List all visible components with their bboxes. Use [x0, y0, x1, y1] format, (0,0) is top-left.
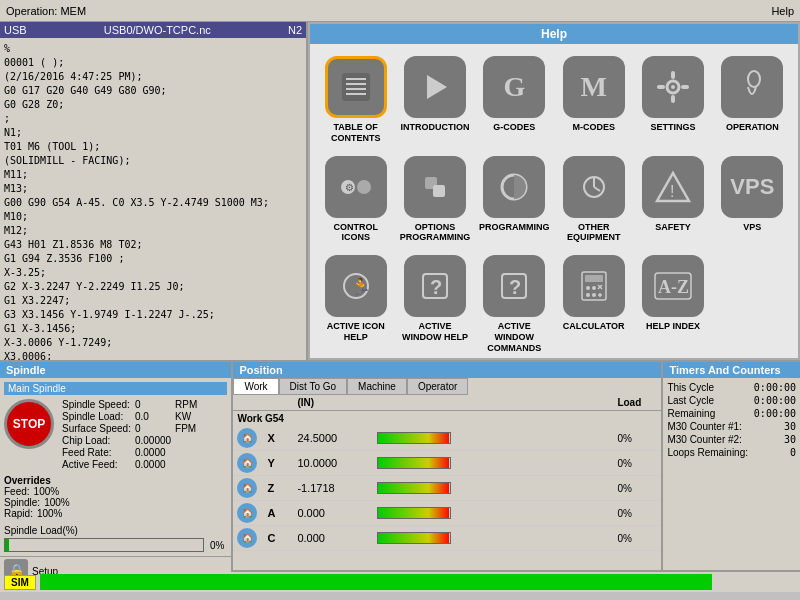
stop-button[interactable]: STOP — [4, 399, 54, 449]
help-item-safety[interactable]: !SAFETY — [635, 152, 710, 248]
home-icon[interactable]: 🏠 — [237, 478, 257, 498]
bottom-layout: Spindle Main Spindle STOP Spindle Speed:… — [0, 360, 800, 570]
code-line: X-3.0006 Y-1.7249; — [4, 336, 302, 350]
help-icon-options-programming — [404, 156, 466, 218]
stat-value: 0 — [135, 399, 175, 411]
home-icon[interactable]: 🏠 — [237, 528, 257, 548]
help-icon-safety: ! — [642, 156, 704, 218]
pos-tab-dist-to-go[interactable]: Dist To Go — [279, 378, 348, 395]
svg-text:?: ? — [509, 276, 521, 298]
pos-tab-operator[interactable]: Operator — [407, 378, 468, 395]
svg-rect-10 — [657, 85, 665, 89]
position-row: 🏠 X 24.5000 0% — [233, 426, 661, 451]
pos-tab-machine[interactable]: Machine — [347, 378, 407, 395]
code-line: M11; — [4, 168, 302, 182]
svg-rect-8 — [671, 71, 675, 79]
svg-text:!: ! — [670, 183, 674, 200]
position-row: 🏠 A 0.000 0% — [233, 501, 661, 526]
help-item-options-programming[interactable]: OPTIONS PROGRAMMING — [397, 152, 472, 248]
help-item-table-of-contents[interactable]: TABLE OF CONTENTS — [318, 52, 393, 148]
code-line: G3 X3.1456 Y-1.9749 I-1.2247 J-.25; — [4, 308, 302, 322]
file-name: USB0/DWO-TCPC.nc — [27, 24, 288, 36]
pos-value: 10.0000 — [297, 457, 377, 469]
help-item-vps[interactable]: VPSVPS — [715, 152, 790, 248]
pos-value: -1.1718 — [297, 482, 377, 494]
help-link[interactable]: Help — [771, 5, 794, 17]
stat-label: Chip Load: — [62, 435, 135, 447]
stat-label: Active Feed: — [62, 459, 135, 471]
position-rows: Work G54 🏠 X 24.5000 0% 🏠 Y 10.0000 0% 🏠… — [233, 411, 661, 551]
help-item-active-window-help[interactable]: ?ACTIVE WINDOW HELP — [397, 251, 472, 357]
help-item-operation[interactable]: OPERATION — [715, 52, 790, 148]
help-item-control-icons[interactable]: ⚙CONTROL ICONS — [318, 152, 393, 248]
sim-label: SIM — [4, 575, 36, 590]
code-line: M13; — [4, 182, 302, 196]
timers-panel: Timers And Counters This Cycle 0:00:00 L… — [663, 362, 800, 570]
help-icon-operation — [721, 56, 783, 118]
help-item-label-vps: VPS — [743, 222, 761, 233]
code-line: G2 X-3.2247 Y-2.2249 I1.25 J0; — [4, 280, 302, 294]
timer-value: 0:00:00 — [754, 395, 796, 406]
spindle-content: Main Spindle STOP Spindle Speed: 0 RPM S… — [0, 378, 231, 556]
svg-point-14 — [357, 180, 371, 194]
spindle-panel-header: Spindle — [0, 362, 231, 378]
svg-rect-17 — [433, 185, 445, 197]
svg-text:🏃: 🏃 — [351, 277, 371, 296]
help-item-active-window-commands[interactable]: ?ACTIVE WINDOW COMMANDS — [477, 251, 552, 357]
help-item-g-codes[interactable]: GG-CODES — [477, 52, 552, 148]
code-line: M10; — [4, 210, 302, 224]
spindle-load-label: Spindle Load(%) — [4, 525, 78, 536]
help-icon-settings — [642, 56, 704, 118]
help-item-label-options-programming: OPTIONS PROGRAMMING — [399, 222, 470, 244]
code-line: N1; — [4, 126, 302, 140]
help-item-introduction[interactable]: INTRODUCTION — [397, 52, 472, 148]
code-panel: USB USB0/DWO-TCPC.nc N2 %00001 ( );(2/16… — [0, 22, 308, 360]
stat-label: Spindle Speed: — [62, 399, 135, 411]
override-value: 100% — [44, 497, 70, 508]
svg-point-12 — [748, 71, 760, 87]
code-line: G0 G17 G20 G40 G49 G80 G90; — [4, 84, 302, 98]
pos-tab-work[interactable]: Work — [233, 378, 278, 395]
svg-point-33 — [592, 286, 596, 290]
main-layout: USB USB0/DWO-TCPC.nc N2 %00001 ( );(2/16… — [0, 22, 800, 360]
help-item-programming[interactable]: PROGRAMMING — [477, 152, 552, 248]
code-line: X-3.25; — [4, 266, 302, 280]
help-item-calculator[interactable]: CALCULATOR — [556, 251, 631, 357]
stat-unit: FPM — [175, 423, 201, 435]
help-icon-active-icon-help: 🏃 — [325, 255, 387, 317]
stat-label: Surface Speed: — [62, 423, 135, 435]
help-icon-other-equipment — [563, 156, 625, 218]
home-icon[interactable]: 🏠 — [237, 428, 257, 448]
pos-bar — [377, 457, 451, 469]
stat-value: 0.0 — [135, 411, 175, 423]
svg-marker-5 — [427, 75, 447, 99]
help-icon-g-codes: G — [483, 56, 545, 118]
code-content[interactable]: %00001 ( );(2/16/2016 4:47:25 PM);G0 G17… — [0, 38, 306, 360]
help-item-active-icon-help[interactable]: 🏃ACTIVE ICON HELP — [318, 251, 393, 357]
help-item-m-codes[interactable]: MM-CODES — [556, 52, 631, 148]
pos-bar — [377, 432, 451, 444]
timer-label: Remaining — [667, 408, 715, 419]
position-row: 🏠 C 0.000 0% — [233, 526, 661, 551]
stat-unit: RPM — [175, 399, 201, 411]
timers-panel-header: Timers And Counters — [663, 362, 800, 378]
timer-label: Loops Remaining: — [667, 447, 748, 458]
override-value: 100% — [34, 486, 60, 497]
help-item-label-active-window-help: ACTIVE WINDOW HELP — [399, 321, 470, 343]
code-line: G43 H01 Z1.8536 M8 T02; — [4, 238, 302, 252]
home-icon[interactable]: 🏠 — [237, 453, 257, 473]
help-item-settings[interactable]: SETTINGS — [635, 52, 710, 148]
code-line: 00001 ( ); — [4, 56, 302, 70]
help-item-help-index[interactable]: A-Z HELP INDEX — [635, 251, 710, 357]
code-line: % — [4, 42, 302, 56]
help-icon-programming — [483, 156, 545, 218]
spindle-panel: Spindle Main Spindle STOP Spindle Speed:… — [0, 362, 233, 570]
help-item-other-equipment[interactable]: OTHER EQUIPMENT — [556, 152, 631, 248]
home-icon[interactable]: 🏠 — [237, 503, 257, 523]
timer-label: M30 Counter #2: — [667, 434, 742, 445]
help-icon-vps: VPS — [721, 156, 783, 218]
timer-row: M30 Counter #2: 30 — [667, 434, 796, 445]
svg-rect-0 — [342, 73, 370, 101]
code-line: (2/16/2016 4:47:25 PM); — [4, 70, 302, 84]
pos-value: 0.000 — [297, 507, 377, 519]
